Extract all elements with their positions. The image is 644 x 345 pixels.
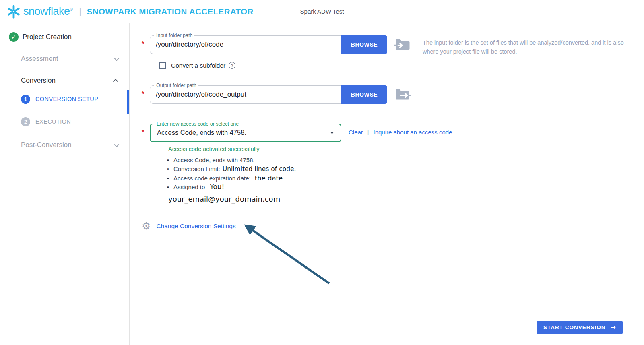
sidebar-nav: ✓ Project Creation Assessment Conversion… bbox=[0, 23, 130, 345]
check-circle-icon: ✓ bbox=[9, 32, 19, 42]
section-divider bbox=[130, 209, 644, 209]
access-code-label: Enter new access code or select one bbox=[155, 121, 241, 127]
active-step-indicator bbox=[127, 90, 129, 114]
input-folder-label: Input folder path bbox=[154, 33, 194, 38]
link-separator: | bbox=[367, 129, 369, 135]
required-marker: * bbox=[142, 35, 150, 48]
sidebar-item-label: Assessment bbox=[21, 55, 58, 63]
required-marker: * bbox=[142, 85, 150, 98]
access-code-selected-value: Access Code, ends with 4758. bbox=[157, 129, 330, 136]
sidebar-item-conversion[interactable]: Conversion bbox=[9, 75, 120, 86]
list-item: Access code expiration date: the date bbox=[167, 174, 644, 183]
browse-input-button[interactable]: BROWSE bbox=[341, 35, 387, 54]
help-icon[interactable]: ? bbox=[229, 62, 235, 69]
sidebar-item-label: Project Creation bbox=[23, 33, 72, 41]
main-footer: START CONVERSION → bbox=[130, 317, 644, 334]
access-code-status-message: Access code activated successfully bbox=[168, 146, 644, 152]
input-folder-path-input[interactable] bbox=[150, 41, 341, 49]
input-folder-helper-text: The input folder is the set of files tha… bbox=[423, 35, 632, 56]
step-2-badge: 2 bbox=[21, 117, 30, 126]
input-folder-field-wrap: Input folder path bbox=[150, 35, 341, 54]
gear-icon[interactable]: ⚙ bbox=[142, 221, 151, 231]
sidebar-item-conversion-setup[interactable]: 1 CONVERSION SETUP bbox=[9, 93, 120, 105]
arrow-right-icon: → bbox=[611, 324, 616, 331]
list-item: Access Code, ends with 4758. bbox=[167, 156, 644, 165]
output-folder-path-input[interactable] bbox=[150, 91, 341, 99]
list-item: Conversion Limit: Unlimited lines of cod… bbox=[167, 165, 644, 174]
expiration-date-value: the date bbox=[255, 174, 283, 183]
app-header: snowflake® | SNOWPARK MIGRATION ACCELERA… bbox=[0, 0, 644, 23]
main-content: * Input folder path BROWSE bbox=[130, 23, 644, 345]
access-code-section: * Enter new access code or select one Ac… bbox=[130, 112, 644, 209]
conversion-settings-row: ⚙ Change Conversion Settings bbox=[142, 221, 644, 231]
chevron-up-icon bbox=[113, 79, 118, 84]
change-conversion-settings-link[interactable]: Change Conversion Settings bbox=[156, 223, 235, 230]
assigned-to-value: You! bbox=[210, 183, 224, 192]
browse-output-button[interactable]: BROWSE bbox=[341, 85, 387, 104]
registered-mark: ® bbox=[70, 7, 73, 12]
convert-subfolder-checkbox[interactable] bbox=[159, 62, 166, 69]
sidebar-item-label: Conversion bbox=[21, 76, 56, 85]
sidebar-item-label: Post-Conversion bbox=[21, 141, 72, 149]
output-folder-field-wrap: Output folder path bbox=[150, 85, 341, 104]
app-window: snowflake® | SNOWPARK MIGRATION ACCELERA… bbox=[0, 0, 644, 345]
step-1-badge: 1 bbox=[21, 95, 30, 104]
output-folder-label: Output folder path bbox=[154, 83, 198, 88]
input-folder-section: * Input folder path BROWSE bbox=[130, 23, 644, 76]
start-conversion-button[interactable]: START CONVERSION → bbox=[537, 321, 623, 334]
folder-output-icon bbox=[394, 85, 411, 103]
list-item: Assigned to You! bbox=[167, 183, 644, 192]
required-marker: * bbox=[142, 124, 150, 136]
clear-link[interactable]: Clear bbox=[349, 129, 363, 136]
sidebar-item-assessment[interactable]: Assessment bbox=[9, 53, 120, 64]
sidebar-item-label: EXECUTION bbox=[35, 118, 71, 125]
sidebar-item-post-conversion[interactable]: Post-Conversion bbox=[9, 139, 120, 151]
folder-input-icon bbox=[394, 35, 411, 53]
chevron-down-icon bbox=[114, 142, 120, 147]
snowflake-logo: snowflake® bbox=[6, 4, 72, 19]
access-code-select[interactable]: Enter new access code or select one Acce… bbox=[150, 124, 341, 142]
app-title: SNOWPARK MIGRATION ACCELERATOR bbox=[87, 7, 254, 17]
dropdown-caret-icon bbox=[330, 132, 334, 134]
snowflake-icon bbox=[6, 4, 21, 19]
sidebar-item-label: CONVERSION SETUP bbox=[35, 96, 98, 102]
access-code-details-list: Access Code, ends with 4758. Conversion … bbox=[167, 156, 644, 192]
header-divider: | bbox=[79, 7, 81, 16]
sidebar-item-execution[interactable]: 2 EXECUTION bbox=[9, 116, 120, 127]
assigned-email: your_email@your_domain.com bbox=[168, 195, 644, 203]
inquire-access-code-link[interactable]: Inquire about an access code bbox=[374, 129, 452, 136]
convert-subfolder-label: Convert a subfolder bbox=[171, 62, 225, 69]
chevron-down-icon bbox=[114, 56, 120, 61]
output-folder-section: * Output folder path BROWSE bbox=[130, 76, 644, 112]
conversion-limit-value: Unlimited lines of code. bbox=[223, 165, 296, 174]
brand-wordmark: snowflake® bbox=[23, 5, 72, 18]
sidebar-item-project-creation[interactable]: ✓ Project Creation bbox=[9, 31, 120, 43]
